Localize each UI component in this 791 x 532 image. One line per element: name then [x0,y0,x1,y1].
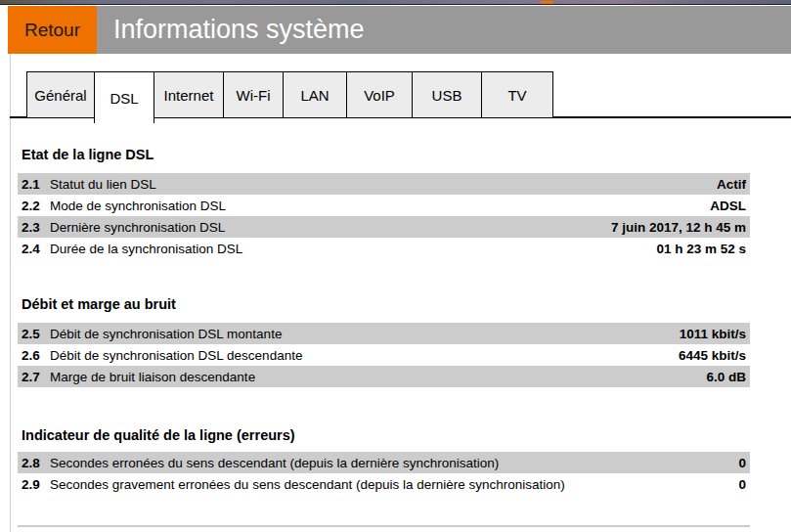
tab-usb[interactable]: USB [412,71,482,118]
tab-bar: GénéralDSLInternetWi-FiLANVoIPUSBTV [26,71,553,123]
section-title: Débit et marge au bruit [18,296,750,313]
back-button[interactable]: Retour [8,6,97,54]
background-photo-strip [0,0,791,5]
section-rows: 2.1Statut du lien DSLActif2.2Mode de syn… [18,173,750,259]
row-label: Durée de la synchronisation DSL [50,242,656,256]
row-number: 2.4 [18,242,50,256]
header-bar: Informations système [97,6,791,54]
content: Etat de la ligne DSL2.1Statut du lien DS… [18,118,750,495]
row-number: 2.7 [18,370,50,384]
photo-orange-highlight [541,1,553,4]
tab-general[interactable]: Général [26,71,95,118]
row-value: ADSL [710,199,750,213]
tab-wifi[interactable]: Wi-Fi [223,71,284,118]
bottom-divider [18,525,750,527]
row-value: 1011 kbit/s [680,327,750,341]
row-label: Débit de synchronisation DSL descendante [50,348,679,363]
row-number: 2.1 [18,177,50,192]
section-title: Indicateur de qualité de la ligne (erreu… [18,427,750,444]
row-number: 2.5 [18,327,50,341]
row-number: 2.2 [18,199,50,213]
row-value: 6445 kbit/s [679,348,750,363]
section-rows: 2.5Débit de synchronisation DSL montante… [18,323,750,387]
row-value: 01 h 23 m 52 s [656,242,750,256]
section: Etat de la ligne DSL2.1Statut du lien DS… [18,147,750,259]
table-row: 2.8Secondes erronées du sens descendant … [18,452,750,473]
table-row: 2.1Statut du lien DSLActif [18,173,750,195]
row-number: 2.3 [18,220,50,235]
tab-dsl[interactable]: DSL [94,71,154,123]
section: Indicateur de qualité de la ligne (erreu… [18,427,750,495]
table-row: 2.2Mode de synchronisation DSLADSL [18,195,750,216]
row-value: 0 [738,456,750,470]
row-label: Dernière synchronisation DSL [50,220,611,235]
row-label: Secondes erronées du sens descendant (de… [50,456,738,470]
section-title: Etat de la ligne DSL [18,147,750,163]
row-label: Statut du lien DSL [50,177,717,192]
page-title: Informations système [97,15,365,45]
row-number: 2.8 [18,456,50,470]
row-number: 2.9 [18,477,50,492]
row-value: 7 juin 2017, 12 h 45 m [611,220,750,235]
tab-tv[interactable]: TV [481,71,553,118]
row-label: Débit de synchronisation DSL montante [50,327,680,341]
row-label: Marge de bruit liaison descendante [50,370,706,384]
table-row: 2.3Dernière synchronisation DSL7 juin 20… [18,216,750,238]
row-value: 6.0 dB [706,370,750,384]
table-row: 2.6Débit de synchronisation DSL descenda… [18,344,750,366]
header: Retour Informations système [0,6,791,54]
page-left-border [10,54,11,532]
section-rows: 2.8Secondes erronées du sens descendant … [18,452,750,495]
row-number: 2.6 [18,348,50,363]
table-row: 2.7Marge de bruit liaison descendante6.0… [18,366,750,387]
table-row: 2.9Secondes gravement erronées du sens d… [18,473,750,495]
tab-internet[interactable]: Internet [154,71,224,118]
row-value: Actif [717,177,750,192]
table-row: 2.5Débit de synchronisation DSL montante… [18,323,750,344]
section: Débit et marge au bruit2.5Débit de synch… [18,296,750,387]
table-row: 2.4Durée de la synchronisation DSL01 h 2… [18,238,750,259]
tab-voip[interactable]: VoIP [346,71,413,118]
row-value: 0 [738,477,750,492]
row-label: Secondes gravement erronées du sens desc… [50,477,738,492]
row-label: Mode de synchronisation DSL [50,199,710,213]
tab-lan[interactable]: LAN [283,71,347,118]
